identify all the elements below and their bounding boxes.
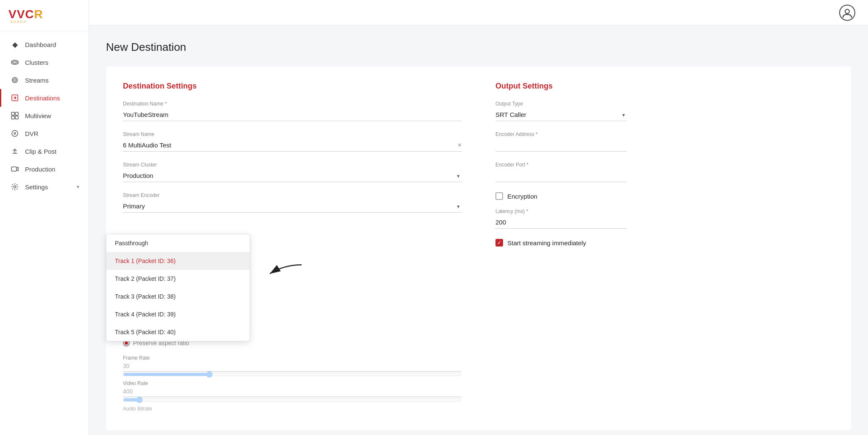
latency-field: Latency (ms) * [495,208,834,229]
stream-name-clear-button[interactable]: × [458,141,462,149]
svg-point-8 [14,133,16,134]
svg-rect-5 [11,116,14,119]
start-streaming-label: Start streaming immediately [507,239,586,247]
output-settings-col: Output Settings Output Type SRT Caller R… [495,82,834,413]
logo-vvc: VVC [8,8,34,21]
dropdown-item-track3[interactable]: Track 3 (Packet ID: 38) [106,288,250,305]
streams-icon [11,76,19,84]
sidebar-nav: ◆ Dashboard Clusters Streams Destination… [0,31,89,435]
form-columns: Destination Settings Destination Name * … [123,82,834,413]
sidebar-item-production[interactable]: Production [0,160,89,178]
stream-cluster-select-wrap: Production Staging Development ▾ [123,169,462,182]
svg-rect-9 [11,167,17,171]
sidebar-item-dashboard-label: Dashboard [25,41,56,48]
stream-encoder-field: Stream Encoder Primary Secondary ▾ [123,192,462,213]
svg-point-1 [14,79,16,81]
svg-rect-4 [15,112,18,115]
encoder-address-field: Encoder Address * [495,131,834,152]
video-rate-slider-track [123,396,462,397]
topbar [89,0,868,25]
logo-r: R [34,8,43,21]
page-title: New Destination [106,41,851,54]
encryption-field: Encryption [495,192,834,200]
stream-encoder-select-wrap: Primary Secondary ▾ [123,200,462,213]
stream-encoder-label: Stream Encoder [123,192,462,198]
encoder-address-input[interactable] [495,139,627,152]
output-type-select[interactable]: SRT Caller RTMP HLS UDP [495,108,627,121]
user-avatar[interactable] [839,5,855,21]
stream-name-input[interactable] [123,139,462,152]
svg-rect-3 [11,112,14,115]
svg-point-7 [12,130,18,136]
sidebar-item-destinations-label: Destinations [25,94,60,102]
output-type-label: Output Type [495,101,834,107]
settings-icon [11,183,19,191]
sidebar-item-streams-label: Streams [25,77,49,84]
dvr-icon [11,129,19,138]
sidebar-item-clip-post-label: Clip & Post [25,148,56,155]
sidebar-item-dvr[interactable]: DVR [0,125,89,142]
dropdown-item-track1[interactable]: Track 1 (Packet ID: 36) [106,252,250,270]
encoder-port-field: Encoder Port * [495,162,834,182]
clusters-icon [11,58,19,66]
stream-encoder-select[interactable]: Primary Secondary [123,200,462,213]
sidebar-item-clusters-label: Clusters [25,59,48,66]
content-area: New Destination Destination Settings Des… [89,25,868,435]
encoder-address-label: Encoder Address * [495,131,834,137]
frame-rate-field: Frame Rate 30 [123,355,462,372]
svg-point-10 [14,186,16,188]
sidebar-item-clip-post[interactable]: Clip & Post [0,142,89,160]
encoder-port-label: Encoder Port * [495,162,834,168]
dropdown-item-track2[interactable]: Track 2 (Packet ID: 37) [106,270,250,288]
video-rate-label: Video Rate [123,380,462,386]
video-rate-value: 400 [123,388,462,395]
stream-encoder-dropdown: Passthrough Track 1 (Packet ID: 36) Trac… [106,234,250,341]
sidebar-item-streams[interactable]: Streams [0,71,89,89]
sidebar-item-clusters[interactable]: Clusters [0,53,89,71]
main-area: New Destination Destination Settings Des… [89,0,868,435]
frame-rate-slider[interactable] [123,371,462,378]
stream-name-label: Stream Name [123,131,462,137]
stream-cluster-label: Stream Cluster [123,162,462,168]
frame-rate-slider-track [123,371,462,372]
svg-point-11 [845,9,849,14]
sidebar-item-dashboard[interactable]: ◆ Dashboard [0,36,89,53]
dropdown-item-track4[interactable]: Track 4 (Packet ID: 39) [106,305,250,323]
destination-settings-col: Destination Settings Destination Name * … [123,82,462,413]
encoder-port-input[interactable] [495,169,627,182]
destination-name-label: Destination Name * [123,101,462,107]
sidebar-item-dvr-label: DVR [25,130,39,137]
audio-bitrate-label: Audio Bitrate [123,406,462,412]
output-type-field: Output Type SRT Caller RTMP HLS UDP ▾ [495,101,834,121]
sidebar-item-settings-label: Settings [25,183,48,191]
start-streaming-checkbox[interactable]: ✓ [495,239,503,247]
multiview-icon [11,111,19,120]
frame-rate-label: Frame Rate [123,355,462,361]
encryption-checkbox[interactable] [495,192,503,200]
latency-input[interactable] [495,216,627,229]
production-icon [11,165,19,173]
sidebar-item-production-label: Production [25,166,56,173]
dropdown-item-track5[interactable]: Track 5 (Packet ID: 40) [106,323,250,341]
svg-rect-6 [15,116,18,119]
sidebar: VVCR >>>>> ◆ Dashboard Clusters Streams [0,0,89,435]
video-rate-slider[interactable] [123,396,462,403]
stream-cluster-select[interactable]: Production Staging Development [123,169,462,182]
destination-name-input[interactable] [123,108,462,121]
sidebar-item-settings[interactable]: Settings ▾ [0,178,89,196]
latency-label: Latency (ms) * [495,208,834,214]
dropdown-item-passthrough[interactable]: Passthrough [106,234,250,252]
clip-post-icon [11,147,19,155]
stream-cluster-field: Stream Cluster Production Staging Develo… [123,162,462,182]
sidebar-item-multiview-label: Multiview [25,112,51,119]
frame-rate-value: 30 [123,363,462,369]
start-streaming-field: ✓ Start streaming immediately [495,239,834,247]
logo: VVCR >>>>> [0,0,89,31]
output-type-select-wrap: SRT Caller RTMP HLS UDP ▾ [495,108,627,121]
video-rate-field: Video Rate 400 [123,380,462,397]
sidebar-item-multiview[interactable]: Multiview [0,107,89,125]
sidebar-item-destinations[interactable]: Destinations [0,89,89,107]
dashboard-icon: ◆ [11,40,19,49]
stream-name-field: Stream Name × [123,131,462,152]
destination-name-field: Destination Name * [123,101,462,121]
